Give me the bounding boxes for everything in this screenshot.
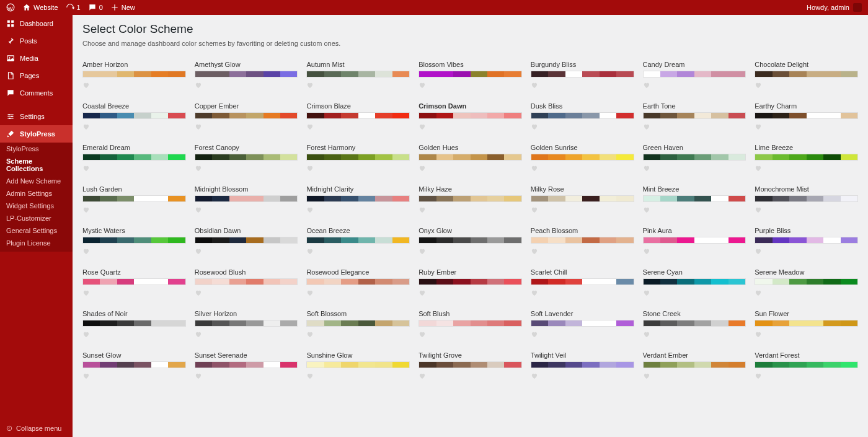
scheme-card[interactable]: Crimson Dawn [418, 102, 522, 133]
new-link[interactable]: New [110, 3, 135, 12]
favorite-button[interactable] [643, 163, 746, 174]
scheme-card[interactable]: Earth Tone [643, 102, 746, 133]
scheme-card[interactable]: Midnight Blossom [195, 185, 298, 216]
favorite-button[interactable] [418, 246, 522, 257]
favorite-button[interactable] [195, 163, 298, 174]
favorite-button[interactable] [82, 121, 186, 133]
favorite-button[interactable] [531, 205, 634, 216]
scheme-card[interactable]: Soft Blossom [306, 310, 410, 340]
toolbar-right[interactable]: Howdy, admin [807, 3, 862, 12]
scheme-card[interactable]: Coastal Breeze [82, 102, 186, 133]
favorite-button[interactable] [82, 163, 186, 174]
favorite-button[interactable] [306, 121, 410, 133]
scheme-card[interactable]: Serene Cyan [643, 268, 746, 299]
favorite-button[interactable] [755, 246, 858, 257]
scheme-card[interactable]: Scarlet Chill [531, 268, 634, 299]
scheme-card[interactable]: Verdant Ember [643, 351, 746, 382]
scheme-card[interactable]: Amethyst Glow [195, 61, 298, 91]
favorite-button[interactable] [755, 205, 858, 216]
favorite-button[interactable] [755, 121, 858, 133]
scheme-card[interactable]: Milky Haze [418, 185, 522, 216]
scheme-card[interactable]: Mystic Waters [82, 227, 186, 257]
scheme-card[interactable]: Obsidian Dawn [195, 227, 298, 257]
favorite-button[interactable] [531, 246, 634, 257]
submenu-item[interactable]: Widget Settings [0, 200, 73, 212]
favorite-button[interactable] [195, 288, 298, 299]
menu-item-pages[interactable]: Pages [0, 67, 73, 84]
favorite-button[interactable] [531, 121, 634, 133]
scheme-card[interactable]: Dusk Bliss [531, 102, 634, 133]
favorite-button[interactable] [418, 80, 522, 91]
favorite-button[interactable] [418, 371, 522, 382]
scheme-card[interactable]: Ocean Breeze [306, 227, 410, 257]
wp-logo[interactable] [6, 3, 15, 12]
updates-link[interactable]: 1 [66, 3, 81, 12]
favorite-button[interactable] [195, 80, 298, 91]
scheme-card[interactable]: Onyx Glow [418, 227, 522, 257]
favorite-button[interactable] [643, 329, 746, 340]
site-link[interactable]: Website [22, 3, 58, 12]
menu-item-dashboard[interactable]: Dashboard [0, 15, 73, 32]
scheme-card[interactable]: Serene Meadow [755, 268, 858, 299]
scheme-card[interactable]: Autumn Mist [306, 61, 410, 91]
scheme-card[interactable]: Verdant Forest [755, 351, 858, 382]
submenu-item[interactable]: StyloPress [0, 143, 73, 155]
favorite-button[interactable] [531, 80, 634, 91]
scheme-card[interactable]: Sunshine Glow [306, 351, 410, 382]
favorite-button[interactable] [195, 329, 298, 340]
favorite-button[interactable] [755, 80, 858, 91]
scheme-card[interactable]: Soft Blush [418, 310, 522, 340]
favorite-button[interactable] [531, 163, 634, 174]
favorite-button[interactable] [82, 246, 186, 257]
favorite-button[interactable] [418, 205, 522, 216]
scheme-card[interactable]: Sun Flower [755, 310, 858, 340]
favorite-button[interactable] [195, 371, 298, 382]
favorite-button[interactable] [643, 80, 746, 91]
submenu-item[interactable]: Add New Scheme [0, 175, 73, 187]
favorite-button[interactable] [643, 288, 746, 299]
favorite-button[interactable] [418, 288, 522, 299]
submenu-item[interactable]: General Settings [0, 224, 73, 237]
favorite-button[interactable] [643, 246, 746, 257]
scheme-card[interactable]: Twilight Veil [531, 351, 634, 382]
favorite-button[interactable] [531, 371, 634, 382]
scheme-card[interactable]: Lush Garden [82, 185, 186, 216]
favorite-button[interactable] [418, 163, 522, 174]
menu-item-settings[interactable]: Settings [0, 108, 73, 125]
favorite-button[interactable] [531, 288, 634, 299]
favorite-button[interactable] [306, 329, 410, 340]
scheme-card[interactable]: Sunset Glow [82, 351, 186, 382]
scheme-card[interactable]: Monochrome Mist [755, 185, 858, 216]
scheme-card[interactable]: Silver Horizon [195, 310, 298, 340]
scheme-card[interactable]: Golden Hues [418, 144, 522, 174]
favorite-button[interactable] [82, 371, 186, 382]
scheme-card[interactable]: Mint Breeze [643, 185, 746, 216]
scheme-card[interactable]: Midnight Clarity [306, 185, 410, 216]
scheme-card[interactable]: Candy Dream [643, 61, 746, 91]
favorite-button[interactable] [755, 329, 858, 340]
scheme-card[interactable]: Crimson Blaze [306, 102, 410, 133]
scheme-card[interactable]: Peach Blossom [531, 227, 634, 257]
scheme-card[interactable]: Ruby Ember [418, 268, 522, 299]
scheme-card[interactable]: Burgundy Bliss [531, 61, 634, 91]
menu-item-media[interactable]: Media [0, 50, 73, 67]
scheme-card[interactable]: Rose Quartz [82, 268, 186, 299]
favorite-button[interactable] [195, 205, 298, 216]
scheme-card[interactable]: Earthy Charm [755, 102, 858, 133]
favorite-button[interactable] [306, 371, 410, 382]
favorite-button[interactable] [82, 288, 186, 299]
favorite-button[interactable] [306, 80, 410, 91]
favorite-button[interactable] [643, 205, 746, 216]
favorite-button[interactable] [755, 371, 858, 382]
scheme-card[interactable]: Amber Horizon [82, 61, 186, 91]
favorite-button[interactable] [306, 163, 410, 174]
collapse-menu[interactable]: Collapse menu [0, 420, 73, 437]
submenu-item[interactable]: Plugin License [0, 237, 73, 249]
submenu-item[interactable]: Admin Settings [0, 187, 73, 200]
favorite-button[interactable] [531, 329, 634, 340]
scheme-card[interactable]: Purple Bliss [755, 227, 858, 257]
favorite-button[interactable] [755, 288, 858, 299]
scheme-card[interactable]: Sunset Serenade [195, 351, 298, 382]
favorite-button[interactable] [195, 121, 298, 133]
favorite-button[interactable] [82, 205, 186, 216]
